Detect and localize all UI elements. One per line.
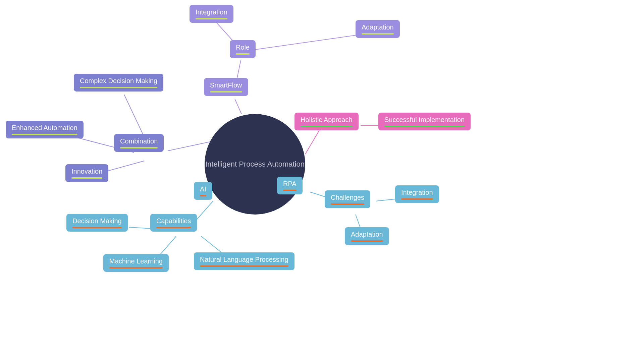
node-label: Integration — [196, 8, 227, 16]
node-label: Natural Language Processing — [200, 256, 288, 263]
node-label: AI — [200, 185, 206, 193]
node-adaptation-top[interactable]: Adaptation — [356, 20, 400, 38]
svg-line-1 — [255, 33, 372, 50]
node-role[interactable]: Role — [230, 40, 256, 58]
node-label: Innovation — [71, 168, 102, 175]
node-combination[interactable]: Combination — [114, 134, 164, 152]
node-label: Combination — [120, 137, 158, 145]
svg-line-3 — [235, 99, 241, 114]
node-label: Holistic Approach — [301, 116, 353, 124]
node-label: Successful Implementation — [384, 116, 465, 124]
node-challenges[interactable]: Challenges — [325, 190, 370, 208]
node-holistic-approach[interactable]: Holistic Approach — [294, 113, 359, 130]
node-label: Role — [236, 44, 250, 51]
node-smartflow[interactable]: SmartFlow — [204, 78, 248, 96]
node-label: Complex Decision Making — [80, 77, 157, 85]
center-label: Intelligent Process Automation — [205, 160, 305, 169]
node-ai[interactable]: AI — [194, 182, 212, 200]
center-node: Intelligent Process Automation — [205, 114, 305, 215]
node-enhanced-automation[interactable]: Enhanced Automation — [6, 121, 84, 138]
node-integration-right[interactable]: Integration — [395, 185, 439, 203]
node-rpa[interactable]: RPA — [277, 177, 303, 194]
node-machine-learning[interactable]: Machine Learning — [103, 254, 169, 272]
node-decision-making[interactable]: Decision Making — [66, 214, 128, 232]
node-label: Challenges — [331, 194, 364, 201]
node-label: Machine Learning — [109, 257, 163, 265]
node-label: Decision Making — [72, 217, 122, 225]
node-label: Enhanced Automation — [12, 124, 77, 132]
node-capabilities[interactable]: Capabilities — [150, 214, 197, 232]
node-label: Adaptation — [362, 23, 394, 31]
node-label: Integration — [401, 189, 433, 196]
node-label: RPA — [283, 180, 297, 188]
node-label: Adaptation — [351, 231, 383, 238]
node-successful-impl[interactable]: Successful Implementation — [378, 113, 471, 130]
node-innovation[interactable]: Innovation — [65, 164, 108, 182]
node-label: Capabilities — [156, 217, 191, 225]
node-nlp[interactable]: Natural Language Processing — [194, 252, 294, 270]
node-complex-decision[interactable]: Complex Decision Making — [74, 74, 163, 92]
node-label: SmartFlow — [210, 81, 242, 89]
node-adaptation-bottom[interactable]: Adaptation — [345, 227, 389, 245]
node-integration-top[interactable]: Integration — [190, 5, 233, 23]
